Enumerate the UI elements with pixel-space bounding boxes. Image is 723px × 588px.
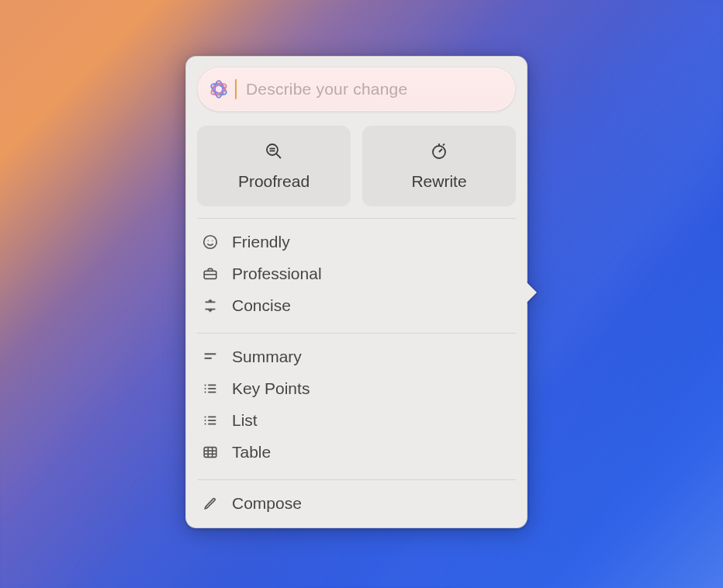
svg-point-4 xyxy=(267,144,278,155)
pencil-icon xyxy=(201,494,220,513)
menu-label: Professional xyxy=(232,265,322,283)
menu-item-summary[interactable]: Summary xyxy=(197,341,516,372)
menu-label: Summary xyxy=(232,348,302,366)
svg-rect-31 xyxy=(204,447,216,457)
apple-intelligence-icon xyxy=(209,79,229,99)
menu-item-friendly[interactable]: Friendly xyxy=(197,226,516,258)
numbered-list-icon xyxy=(201,411,220,430)
svg-point-10 xyxy=(204,235,217,248)
table-icon xyxy=(201,443,220,462)
text-cursor xyxy=(235,79,237,99)
svg-point-26 xyxy=(205,419,206,420)
divider xyxy=(197,333,516,334)
proofread-button[interactable]: Proofread xyxy=(197,126,351,206)
proofread-label: Proofread xyxy=(238,172,310,191)
menu-label: Table xyxy=(232,443,271,462)
menu-label: List xyxy=(232,411,258,430)
menu-item-concise[interactable]: Concise xyxy=(197,289,516,321)
popover-body: Describe your change Proofread xyxy=(185,56,528,528)
svg-point-19 xyxy=(205,384,206,386)
menu-item-professional[interactable]: Professional xyxy=(197,258,516,289)
describe-change-placeholder: Describe your change xyxy=(246,80,407,99)
writing-tools-popover: Describe your change Proofread xyxy=(185,56,528,528)
summary-icon xyxy=(201,348,220,366)
rewrite-label: Rewrite xyxy=(411,172,466,191)
proofread-icon xyxy=(264,141,284,161)
svg-line-9 xyxy=(439,149,442,152)
svg-point-20 xyxy=(205,387,206,389)
svg-point-12 xyxy=(212,240,213,240)
menu-label: Compose xyxy=(232,494,302,513)
primary-actions-row: Proofread Rewrite xyxy=(197,126,516,206)
menu-label: Friendly xyxy=(232,233,290,251)
menu-item-keypoints[interactable]: Key Points xyxy=(197,372,516,404)
rewrite-button[interactable]: Rewrite xyxy=(362,126,516,206)
menu-label: Key Points xyxy=(232,379,310,398)
divider xyxy=(197,479,516,480)
menu-item-table[interactable]: Table xyxy=(197,436,516,468)
menu-item-compose[interactable]: Compose xyxy=(197,487,516,519)
concise-icon xyxy=(201,296,220,315)
divider xyxy=(197,218,516,219)
rewrite-icon xyxy=(429,141,449,161)
menu-label: Concise xyxy=(232,296,291,315)
svg-point-11 xyxy=(208,240,209,240)
svg-point-25 xyxy=(205,416,206,417)
smiley-icon xyxy=(201,233,220,251)
svg-point-21 xyxy=(205,391,206,393)
describe-change-input[interactable]: Describe your change xyxy=(197,67,516,112)
svg-line-5 xyxy=(276,154,281,158)
bullet-list-icon xyxy=(201,379,220,398)
menu-item-list[interactable]: List xyxy=(197,404,516,436)
briefcase-icon xyxy=(201,265,220,283)
svg-point-27 xyxy=(205,423,206,424)
